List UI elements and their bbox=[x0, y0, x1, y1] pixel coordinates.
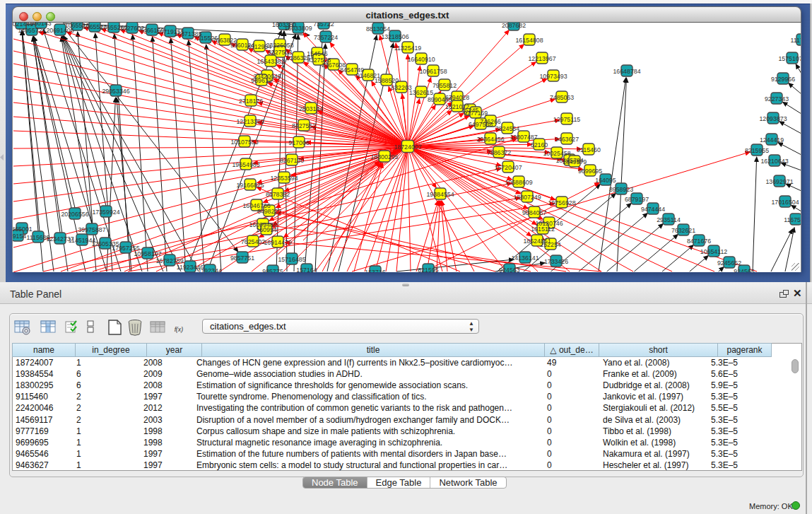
svg-text:10025458: 10025458 bbox=[543, 150, 570, 157]
svg-text:735722: 735722 bbox=[313, 23, 334, 28]
svg-text:9474444: 9474444 bbox=[641, 206, 665, 213]
svg-text:1733426: 1733426 bbox=[544, 258, 568, 265]
svg-text:16033809: 16033809 bbox=[284, 25, 312, 32]
svg-text:8471676: 8471676 bbox=[687, 238, 711, 245]
svg-text:12353594: 12353594 bbox=[270, 175, 298, 182]
svg-text:16648784: 16648784 bbox=[613, 68, 640, 75]
svg-text:23226058: 23226058 bbox=[266, 42, 293, 49]
svg-text:252254: 252254 bbox=[540, 241, 560, 248]
svg-text:2935114: 2935114 bbox=[657, 216, 681, 223]
svg-text:12093873: 12093873 bbox=[759, 115, 787, 122]
svg-text:29053346: 29053346 bbox=[102, 88, 129, 95]
svg-text:18300295: 18300295 bbox=[370, 153, 398, 160]
svg-text:16543382: 16543382 bbox=[257, 58, 284, 65]
svg-text:13218506: 13218506 bbox=[381, 33, 408, 40]
svg-text:20364456: 20364456 bbox=[476, 136, 504, 143]
svg-text:12213967: 12213967 bbox=[528, 55, 555, 62]
svg-text:7625402: 7625402 bbox=[241, 238, 265, 245]
svg-text:18807249: 18807249 bbox=[513, 194, 541, 201]
svg-text:9245652: 9245652 bbox=[717, 259, 741, 267]
svg-text:2718176: 2718176 bbox=[239, 98, 263, 105]
svg-text:15716485: 15716485 bbox=[278, 256, 305, 263]
svg-text:12975115: 12975115 bbox=[553, 116, 581, 123]
svg-text:39154: 39154 bbox=[13, 233, 26, 240]
svg-text:7886372: 7886372 bbox=[487, 149, 511, 156]
svg-text:13692971: 13692971 bbox=[765, 178, 793, 185]
svg-text:153716: 153716 bbox=[365, 269, 385, 273]
svg-text:17359924: 17359924 bbox=[92, 209, 119, 216]
svg-text:9129966: 9129966 bbox=[771, 76, 795, 83]
svg-text:6794028: 6794028 bbox=[445, 94, 469, 101]
svg-text:821595: 821595 bbox=[418, 267, 438, 273]
svg-text:8215955: 8215955 bbox=[745, 147, 769, 154]
svg-text:14136141: 14136141 bbox=[511, 255, 539, 262]
svg-text:16210643: 16210643 bbox=[760, 158, 788, 165]
svg-text:15751074: 15751074 bbox=[778, 55, 801, 62]
svg-text:1117233: 1117233 bbox=[791, 37, 801, 44]
svg-text:1244419: 1244419 bbox=[760, 136, 784, 144]
svg-text:7357224: 7357224 bbox=[314, 34, 338, 41]
svg-text:1192344: 1192344 bbox=[198, 267, 222, 273]
svg-text:10961758: 10961758 bbox=[419, 68, 447, 75]
svg-text:1167533: 1167533 bbox=[784, 216, 801, 223]
svg-text:10807487: 10807487 bbox=[510, 134, 537, 141]
svg-text:9227343: 9227343 bbox=[765, 95, 789, 103]
svg-text:865001: 865001 bbox=[13, 226, 33, 233]
svg-text:1588520: 1588520 bbox=[375, 77, 399, 84]
svg-text:10958107: 10958107 bbox=[134, 250, 161, 257]
svg-text:1615112: 1615112 bbox=[531, 226, 555, 233]
svg-text:62160: 62160 bbox=[531, 141, 548, 148]
svg-text:7485063: 7485063 bbox=[550, 94, 574, 101]
svg-text:17016504: 17016504 bbox=[771, 199, 799, 206]
svg-text:9463627: 9463627 bbox=[555, 136, 579, 143]
svg-text:8498222: 8498222 bbox=[257, 208, 281, 215]
svg-text:19384554: 19384554 bbox=[426, 191, 454, 198]
svg-text:16154808: 16154808 bbox=[515, 37, 543, 44]
svg-text:12213369: 12213369 bbox=[236, 118, 264, 125]
svg-text:917006: 917006 bbox=[288, 139, 309, 146]
svg-text:7632621: 7632621 bbox=[671, 227, 695, 234]
svg-text:7955812: 7955812 bbox=[433, 82, 457, 89]
svg-text:8427552: 8427552 bbox=[292, 122, 316, 129]
svg-text:9115460: 9115460 bbox=[577, 146, 601, 153]
svg-text:6879197: 6879197 bbox=[625, 196, 649, 203]
svg-text:14055724: 14055724 bbox=[18, 27, 45, 34]
svg-text:924565: 924565 bbox=[734, 268, 754, 273]
svg-text:10973493: 10973493 bbox=[539, 73, 567, 80]
svg-text:20206556: 20206556 bbox=[61, 211, 88, 218]
svg-text:164095: 164095 bbox=[595, 177, 616, 184]
svg-text:19756928: 19756928 bbox=[548, 199, 575, 206]
svg-text:10654112: 10654112 bbox=[700, 248, 728, 255]
svg-text:11325419: 11325419 bbox=[394, 45, 422, 52]
svg-text:19654983: 19654983 bbox=[232, 161, 259, 168]
svg-text:9084067: 9084067 bbox=[522, 209, 546, 216]
svg-text:1849579: 1849579 bbox=[563, 158, 587, 165]
svg-text:16914479: 16914479 bbox=[264, 239, 291, 246]
svg-text:19166825: 19166825 bbox=[236, 182, 264, 189]
svg-text:8813054: 8813054 bbox=[366, 25, 390, 33]
svg-text:160994: 160994 bbox=[256, 226, 276, 233]
svg-text:989612: 989612 bbox=[251, 77, 271, 84]
svg-text:39975887: 39975887 bbox=[78, 226, 105, 233]
svg-text:18724007: 18724007 bbox=[394, 144, 421, 151]
svg-text:8958923: 8958923 bbox=[609, 186, 633, 193]
svg-text:(x): (x) bbox=[176, 326, 183, 333]
svg-text:15720407: 15720407 bbox=[494, 164, 522, 171]
svg-text:2803144: 2803144 bbox=[299, 105, 323, 112]
svg-text:3824554: 3824554 bbox=[495, 125, 519, 132]
svg-text:985775: 985775 bbox=[262, 268, 283, 273]
svg-text:1362615: 1362615 bbox=[409, 89, 433, 96]
svg-text:157164: 157164 bbox=[296, 267, 317, 273]
svg-text:2087682: 2087682 bbox=[502, 23, 526, 29]
svg-text:9699695: 9699695 bbox=[578, 168, 602, 175]
svg-text:8267130: 8267130 bbox=[280, 157, 304, 164]
svg-text:16640910: 16640910 bbox=[407, 56, 435, 63]
svg-text:9777169: 9777169 bbox=[464, 110, 488, 117]
svg-text:924563: 924563 bbox=[499, 267, 519, 273]
svg-text:9857751: 9857751 bbox=[230, 255, 254, 262]
svg-text:8678352: 8678352 bbox=[266, 191, 290, 198]
svg-text:10688609: 10688609 bbox=[505, 179, 532, 186]
svg-text:6497568: 6497568 bbox=[469, 121, 493, 128]
svg-text:10107553: 10107553 bbox=[230, 139, 258, 146]
